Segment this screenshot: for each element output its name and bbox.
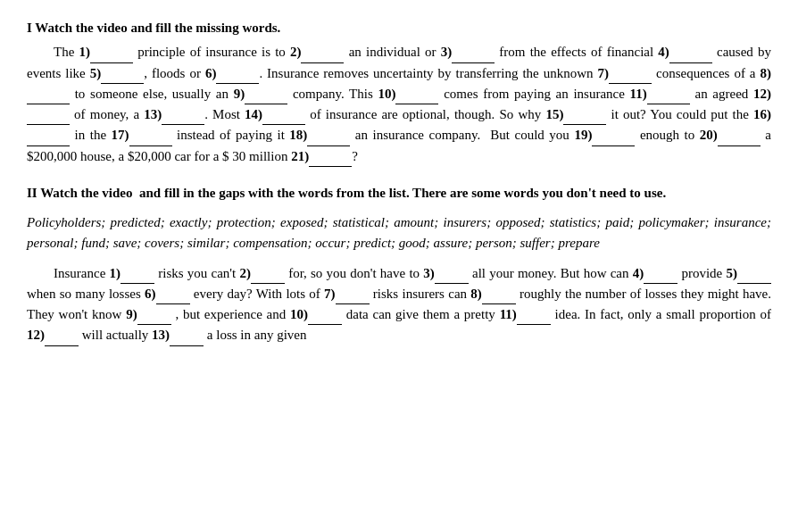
blank-2-9[interactable] — [137, 311, 171, 325]
blank-1-2[interactable] — [301, 49, 344, 63]
blank-2-7[interactable] — [336, 290, 370, 304]
blank-2-2[interactable] — [251, 270, 285, 284]
blank-2-8[interactable] — [482, 290, 516, 304]
section-1-title: I Watch the video and fill the missing w… — [27, 18, 771, 38]
blank-1-3[interactable] — [452, 49, 495, 63]
blank-2-13[interactable] — [170, 332, 204, 346]
blank-1-19[interactable] — [592, 132, 635, 146]
blank-2-6[interactable] — [156, 290, 190, 304]
blank-2-1[interactable] — [121, 270, 154, 284]
blank-1-8[interactable] — [27, 90, 70, 104]
blank-2-5[interactable] — [737, 270, 771, 284]
blank-1-15[interactable] — [563, 111, 606, 125]
word-list: Policyholders; predicted; exactly; prote… — [27, 212, 771, 254]
blank-1-21[interactable] — [309, 153, 352, 167]
blank-2-4[interactable] — [644, 270, 677, 284]
blank-2-10[interactable] — [308, 311, 342, 325]
blank-2-12[interactable] — [45, 332, 79, 346]
blank-1-1[interactable] — [90, 49, 133, 63]
blank-2-11[interactable] — [517, 311, 551, 325]
blank-1-7[interactable] — [609, 70, 652, 84]
blank-1-17[interactable] — [129, 132, 172, 146]
blank-1-5[interactable] — [101, 70, 144, 84]
section-2: II Watch the video and fill in the gaps … — [27, 183, 771, 346]
blank-1-18[interactable] — [307, 132, 350, 146]
blank-1-4[interactable] — [669, 49, 712, 63]
blank-1-14[interactable] — [262, 111, 305, 125]
blank-1-6[interactable] — [216, 70, 259, 84]
blank-1-12[interactable] — [27, 111, 70, 125]
section-2-body: Insurance 1) risks you can't 2) for, so … — [27, 263, 771, 346]
section-2-title: II Watch the video and fill in the gaps … — [27, 183, 771, 204]
blank-2-3[interactable] — [435, 270, 469, 284]
blank-1-9[interactable] — [245, 90, 287, 104]
blank-1-16[interactable] — [27, 132, 70, 146]
blank-1-13[interactable] — [162, 111, 204, 125]
blank-1-20[interactable] — [718, 132, 761, 146]
blank-1-11[interactable] — [647, 90, 690, 104]
section-1-body: The 1) principle of insurance is to 2) a… — [27, 42, 771, 167]
blank-1-10[interactable] — [395, 90, 438, 104]
section-1: I Watch the video and fill the missing w… — [27, 18, 771, 167]
